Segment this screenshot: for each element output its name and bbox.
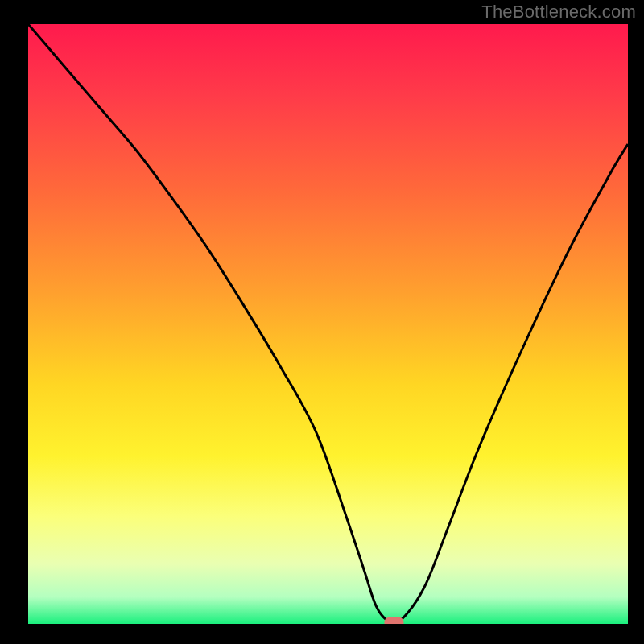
- watermark-text: TheBottleneck.com: [481, 2, 636, 23]
- optimum-marker: [384, 617, 403, 624]
- bottleneck-chart-svg: [28, 24, 628, 624]
- chart-frame: TheBottleneck.com: [0, 0, 644, 644]
- plot-area: [28, 24, 628, 624]
- gradient-background: [28, 24, 628, 624]
